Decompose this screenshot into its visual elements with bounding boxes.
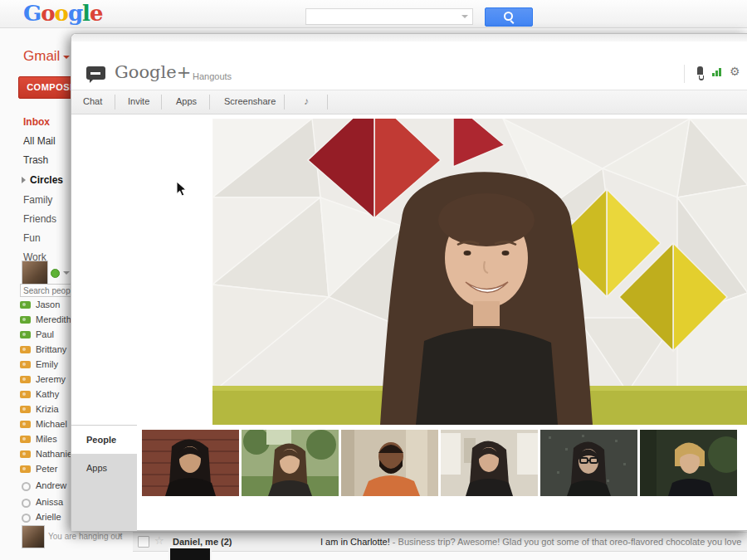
video-camera-status-icon xyxy=(22,514,31,523)
gmail-nav-label[interactable]: Gmail xyxy=(23,48,70,65)
logo-letter: l xyxy=(82,1,90,26)
logo-letter: G xyxy=(23,1,41,26)
divider xyxy=(284,95,285,110)
video-camera-status-icon xyxy=(20,406,31,413)
video-camera-status-icon xyxy=(22,482,31,491)
logo-letter: e xyxy=(90,1,103,26)
hangout-status-text: You are hanging out xyxy=(48,532,122,541)
contact-name: Brittany xyxy=(36,344,66,354)
partially-visible-window xyxy=(168,547,212,560)
email-snippet: - Business trip? Awesome! Glad you got s… xyxy=(390,537,744,547)
participant-video-5[interactable] xyxy=(540,430,637,496)
participant-video-1[interactable] xyxy=(142,430,239,496)
google-plus-brand: Google+ xyxy=(115,62,191,82)
video-camera-status-icon xyxy=(20,331,31,338)
contact-name: Nathaniel xyxy=(36,449,74,459)
sidebar-item-fun[interactable]: Fun xyxy=(23,232,41,244)
video-scene xyxy=(212,119,747,425)
participant-video-2[interactable] xyxy=(242,430,339,496)
sidebar-item-inbox[interactable]: Inbox xyxy=(23,116,50,128)
sidebar-item-circles[interactable]: Circles xyxy=(22,174,63,186)
divider xyxy=(684,65,685,83)
chevron-down-icon[interactable] xyxy=(461,15,468,18)
divider xyxy=(161,95,162,110)
screenshare-button[interactable]: Screenshare xyxy=(224,96,276,106)
search-icon xyxy=(504,12,513,21)
chat-bubble-icon xyxy=(86,66,105,80)
contact-name: Jason xyxy=(36,299,60,309)
email-sender: Daniel, me (2) xyxy=(173,537,232,547)
video-camera-status-icon xyxy=(20,436,31,443)
caret-down-icon xyxy=(63,56,70,59)
expand-arrow-icon[interactable] xyxy=(22,177,26,183)
tab-people[interactable]: People xyxy=(71,426,137,454)
logo-letter: g xyxy=(68,1,82,26)
presence-available-icon xyxy=(51,269,60,278)
star-icon[interactable]: ☆ xyxy=(154,534,164,547)
divider xyxy=(209,95,210,110)
circles-label: Circles xyxy=(30,174,63,186)
video-camera-status-icon xyxy=(20,346,31,353)
video-camera-status-icon xyxy=(20,450,31,458)
video-camera-status-icon xyxy=(20,391,31,398)
hangout-toolbar: Chat Invite Apps Screenshare ♪ xyxy=(71,90,747,114)
participant-video-3[interactable] xyxy=(341,430,438,496)
video-camera-status-icon xyxy=(22,499,31,508)
contact-name: Andrew xyxy=(36,480,66,490)
search-input[interactable] xyxy=(305,8,473,25)
participant-video-4[interactable] xyxy=(441,430,538,496)
contact-name: Emily xyxy=(36,359,58,369)
contact-name: Meredith xyxy=(36,314,71,324)
microphone-icon[interactable] xyxy=(697,66,703,75)
google-logo: Google xyxy=(23,1,103,26)
contact-name: Jeremy xyxy=(36,374,66,384)
sidebar-item-all-mail[interactable]: All Mail xyxy=(23,135,56,147)
mouse-cursor xyxy=(176,181,187,197)
close-icon[interactable]: × xyxy=(118,531,123,540)
logo-letter: o xyxy=(41,1,54,26)
divider xyxy=(115,95,115,110)
checkbox[interactable] xyxy=(138,536,149,548)
hangout-header: Google+ Hangouts ⚙ xyxy=(71,62,747,90)
participant-video-6[interactable] xyxy=(640,430,737,496)
logo-letter: o xyxy=(55,1,68,26)
contact-name: Arielle xyxy=(36,512,61,522)
avatar xyxy=(22,525,45,548)
hangout-window: Google+ Hangouts ⚙ Chat Invite Apps Scre… xyxy=(71,33,747,531)
gmail-label-text: Gmail xyxy=(23,48,60,64)
contact-name: Kathy xyxy=(36,389,59,399)
sound-icon[interactable]: ♪ xyxy=(304,95,309,107)
video-camera-status-icon xyxy=(20,421,31,428)
participant-filmstrip xyxy=(138,425,747,530)
video-camera-status-icon xyxy=(20,465,31,473)
video-camera-status-icon xyxy=(20,361,31,368)
screen: Google Gmail COMPOSE Inbox All Mail Tras… xyxy=(0,0,747,560)
hangout-bottom-panel: People Apps xyxy=(71,425,137,531)
sidebar-item-friends[interactable]: Friends xyxy=(23,213,56,225)
signal-strength-icon xyxy=(712,68,724,76)
chat-button[interactable]: Chat xyxy=(83,96,102,106)
video-camera-status-icon xyxy=(20,316,31,324)
divider xyxy=(327,95,328,110)
contact-name: Paul xyxy=(36,329,54,339)
contact-name: Michael xyxy=(36,419,67,429)
main-video-feed xyxy=(212,119,747,425)
settings-gear-icon[interactable]: ⚙ xyxy=(730,65,740,78)
contact-name: Anissa xyxy=(36,497,63,507)
sidebar-item-family[interactable]: Family xyxy=(23,194,52,206)
email-subject: I am in Charlotte! xyxy=(320,537,390,547)
sidebar-item-trash[interactable]: Trash xyxy=(23,154,48,166)
contact-name: Peter xyxy=(36,464,57,474)
contact-name: Krizia xyxy=(36,404,59,414)
video-camera-status-icon xyxy=(20,376,31,383)
apps-button[interactable]: Apps xyxy=(176,96,197,106)
window-top-edge xyxy=(71,34,747,41)
video-camera-status-icon xyxy=(20,301,31,309)
email-subject-line: I am in Charlotte! - Business trip? Awes… xyxy=(320,537,744,547)
search-button[interactable] xyxy=(485,7,533,27)
tab-apps[interactable]: Apps xyxy=(71,454,137,482)
invite-button[interactable]: Invite xyxy=(128,96,149,106)
hangouts-product-label: Hangouts xyxy=(193,71,232,81)
chevron-down-icon[interactable] xyxy=(63,271,70,275)
email-list-row[interactable]: ☆ Daniel, me (2) I am in Charlotte! - Bu… xyxy=(133,532,747,552)
